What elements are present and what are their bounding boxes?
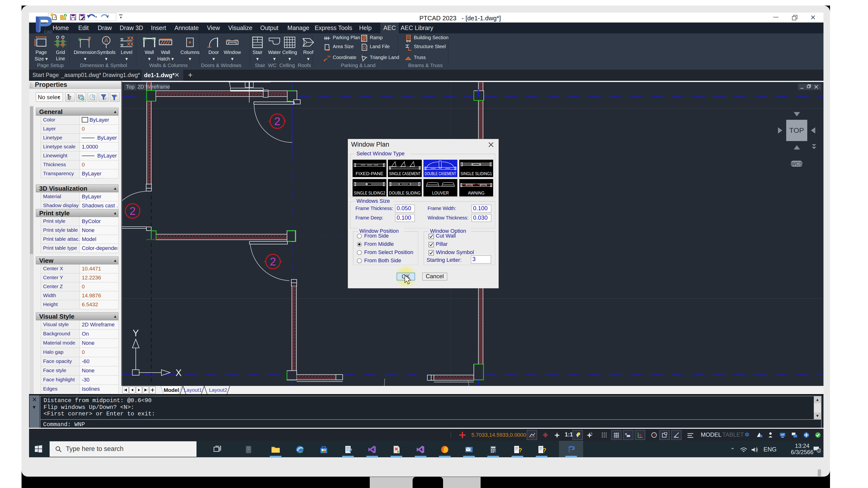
svg-text:XX: XX	[127, 41, 133, 47]
svg-text:xx: xx	[328, 55, 331, 58]
svg-text:Layout1: Layout1	[184, 387, 202, 393]
svg-text:TOP: TOP	[789, 126, 804, 134]
svg-text:DOUBLE SLIDING: DOUBLE SLIDING	[389, 190, 421, 195]
svg-text:A: A	[104, 37, 108, 44]
svg-text:?: ?	[519, 447, 522, 453]
svg-text:AWNING: AWNING	[468, 190, 485, 195]
svg-text:2: 2	[129, 205, 136, 217]
svg-text:SINGLE CASEMENT: SINGLE CASEMENT	[389, 171, 421, 176]
svg-text:LOUVER: LOUVER	[432, 190, 449, 195]
svg-text:?: ?	[543, 447, 546, 453]
svg-text:DOUBLE CASEMENT: DOUBLE CASEMENT	[425, 171, 456, 176]
svg-text:WCS: WCS	[791, 161, 803, 166]
svg-text:SINGLE SLIDING1: SINGLE SLIDING1	[461, 171, 492, 176]
svg-text:FIXED-PANE: FIXED-PANE	[356, 171, 383, 176]
svg-text:CAD: CAD	[44, 30, 53, 34]
svg-text:Model: Model	[163, 387, 179, 393]
svg-text:Layout2: Layout2	[209, 387, 227, 393]
svg-text:XX: XX	[127, 36, 133, 41]
svg-text:Top: Top	[126, 84, 134, 90]
svg-text:SINGLE SLIDING2: SINGLE SLIDING2	[354, 190, 385, 195]
svg-text:Y: Y	[133, 328, 138, 338]
svg-text:2: 2	[270, 255, 276, 268]
svg-text:X: X	[176, 368, 182, 378]
svg-text:2: 2	[274, 115, 280, 128]
svg-text:2D Wireframe: 2D Wireframe	[137, 84, 170, 90]
svg-text:3: 3	[818, 449, 819, 452]
